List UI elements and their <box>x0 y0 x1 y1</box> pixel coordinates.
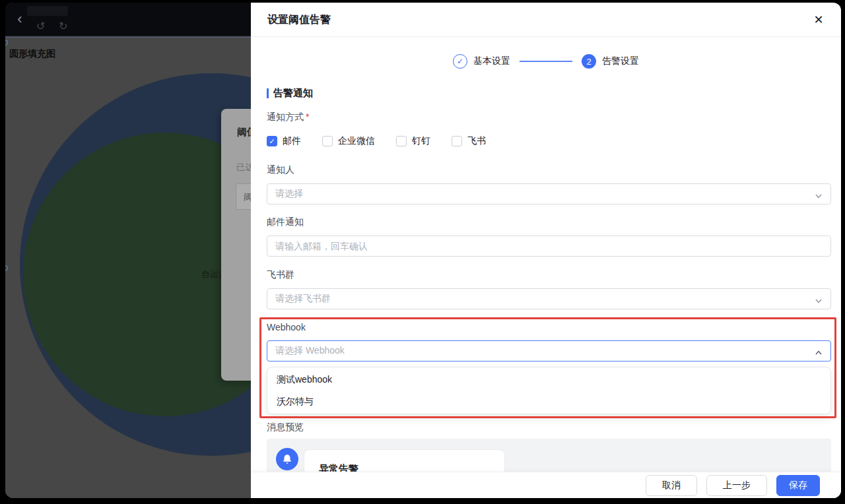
step2-active-circle: 2 <box>582 54 596 69</box>
webhook-option-1[interactable]: 测试webhook <box>267 369 830 391</box>
checkbox-0[interactable]: ✓ 邮件 <box>267 135 301 147</box>
section-title: 告警通知 <box>273 87 313 100</box>
app-window: ‹ ↺ ↻ 圆形填充图 自运营 阈值告警 已达到 阈值 设置阈值告警 ✕ ✓ 基… <box>5 3 841 498</box>
check-icon: ✓ <box>457 57 463 66</box>
webhook-label: Webhook <box>267 322 831 332</box>
webhook-dropdown: 测试webhook 沃尔特与 <box>267 367 831 414</box>
dialog-footer: 取消 上一步 保存 <box>251 472 841 498</box>
feishu-group-placeholder: 请选择飞书群 <box>275 293 331 305</box>
undo-icon[interactable]: ↺ <box>36 20 45 32</box>
section-header: 告警通知 <box>267 87 831 99</box>
previous-step-button[interactable]: 上一步 <box>706 475 767 496</box>
checkbox-dingtalk-box: ✓ <box>396 136 407 146</box>
selection-handle[interactable] <box>5 265 8 271</box>
feishu-group-label: 飞书群 <box>267 269 831 280</box>
checkbox-feishu-box: ✓ <box>452 136 462 146</box>
message-preview-label: 消息预览 <box>267 422 831 432</box>
webhook-select[interactable]: 请选择 Webhook <box>267 340 831 362</box>
document-title-redacted <box>27 6 68 16</box>
notify-method-label: 通知方式* <box>267 111 831 122</box>
stepper-connector <box>520 61 572 62</box>
set-threshold-alert-dialog: 设置阈值告警 ✕ ✓ 基本设置 2 告警设置 告警通知 通知方式* ✓ <box>251 3 841 498</box>
chart-title: 圆形填充图 <box>9 48 55 60</box>
selection-handle[interactable] <box>5 40 8 46</box>
redo-icon[interactable]: ↻ <box>59 20 67 32</box>
section-accent-bar <box>267 88 269 98</box>
chevron-down-icon <box>815 296 823 307</box>
email-input-wrapper <box>267 236 831 257</box>
notify-method-options: ✓ 邮件 ✓ 企业微信 ✓ 钉钉 ✓ 飞书 <box>267 135 831 147</box>
notify-method-label-text: 通知方式 <box>267 111 304 122</box>
bell-icon <box>276 448 298 470</box>
required-mark: * <box>306 111 309 122</box>
email-input[interactable] <box>275 241 823 251</box>
feishu-group-select[interactable]: 请选择飞书群 <box>267 288 831 309</box>
save-button[interactable]: 保存 <box>776 475 820 496</box>
checkbox-2[interactable]: ✓ 钉钉 <box>396 135 430 147</box>
chevron-up-icon <box>815 348 823 360</box>
step2-label: 告警设置 <box>602 55 639 67</box>
step1-done-circle: ✓ <box>453 54 467 69</box>
webhook-option-2[interactable]: 沃尔特与 <box>267 391 830 412</box>
stepper: ✓ 基本设置 2 告警设置 <box>251 53 841 69</box>
checkbox-dingtalk-label: 钉钉 <box>412 135 430 147</box>
step1-label: 基本设置 <box>473 55 510 67</box>
notify-people-label: 通知人 <box>267 164 831 175</box>
notify-people-select[interactable]: 请选择 <box>267 183 831 205</box>
checkbox-wecom-label: 企业微信 <box>338 135 375 147</box>
checkbox-3[interactable]: ✓ 飞书 <box>452 135 486 147</box>
dialog-title: 设置阈值告警 <box>267 13 331 27</box>
email-notify-label: 邮件通知 <box>267 216 831 227</box>
checkbox-email-box: ✓ <box>267 136 277 146</box>
checkbox-feishu-label: 飞书 <box>467 135 486 147</box>
chevron-down-icon <box>815 191 823 203</box>
back-icon: ‹ <box>12 11 28 27</box>
webhook-placeholder: 请选择 Webhook <box>275 345 345 357</box>
close-icon[interactable]: ✕ <box>811 12 827 28</box>
checkbox-wecom-box: ✓ <box>322 136 333 146</box>
checkbox-email-label: 邮件 <box>283 135 301 147</box>
cancel-button[interactable]: 取消 <box>646 475 697 496</box>
dialog-body: 告警通知 通知方式* ✓ 邮件 ✓ 企业微信 ✓ 钉钉 ✓ <box>251 87 841 498</box>
checkbox-1[interactable]: ✓ 企业微信 <box>322 135 375 147</box>
notify-people-placeholder: 请选择 <box>275 188 303 200</box>
dialog-header: 设置阈值告警 ✕ <box>251 3 841 37</box>
check-icon: ✓ <box>269 138 275 145</box>
back-button[interactable]: ‹ <box>12 11 28 27</box>
